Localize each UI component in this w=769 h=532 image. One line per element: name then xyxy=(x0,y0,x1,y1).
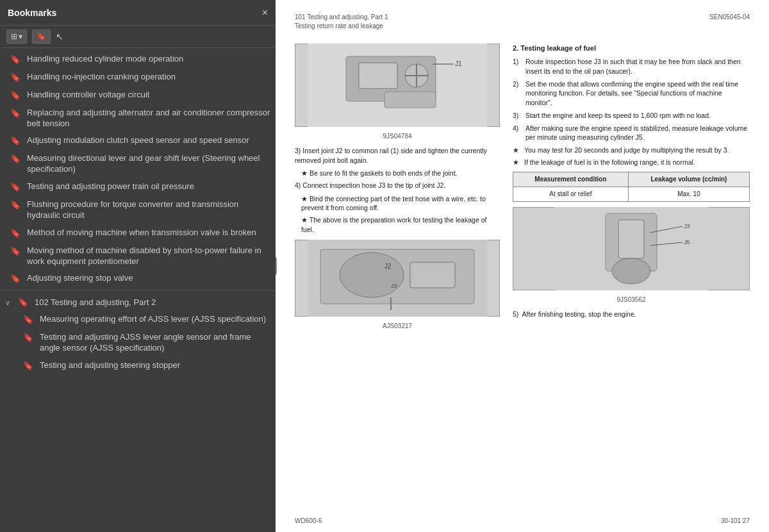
chevron-down-icon: ∨ xyxy=(5,299,15,307)
list-item[interactable]: 🔖 Method of moving machine when transmis… xyxy=(0,224,276,242)
bookmark-icon: 🔖 xyxy=(37,32,46,41)
table-header-condition: Measurement condition xyxy=(513,172,629,187)
bookmarks-panel: Bookmarks × ⊞ ▾ 🔖 ↖ 🔖 Handling reduced c… xyxy=(0,0,276,532)
list-item[interactable]: 🔖 Handling controller voltage circuit xyxy=(0,87,276,104)
section-header[interactable]: ∨ 🔖 102 Testing and adjusting, Part 2 xyxy=(0,294,276,311)
item-text: Testing and adjusting AJSS lever angle s… xyxy=(40,332,270,354)
page-footer: WD600-6 30-101 27 xyxy=(295,517,750,526)
steps-list: 1) Route inspection hose J3 in such that… xyxy=(513,57,750,142)
bookmark-icon: 🔖 xyxy=(18,297,29,307)
diagram-image-2: J2 J3 xyxy=(295,240,500,317)
bookmark-icon: 🔖 xyxy=(23,315,35,326)
svg-text:J3: J3 xyxy=(391,283,397,289)
page-header-left: 101 Testing and adjusting, Part 1 Testin… xyxy=(295,13,388,31)
list-item[interactable]: 🔖 Flushing procedure for torque converte… xyxy=(0,196,276,224)
svg-text:J3: J3 xyxy=(684,223,690,229)
list-item[interactable]: 🔖 Adjusting modulation clutch speed sens… xyxy=(0,132,276,150)
step-1: 1) Route inspection hose J3 in such that… xyxy=(513,57,750,76)
left-caption-3: 3) Insert joint J2 to common rail (1) si… xyxy=(295,146,500,165)
item-text: Method of moving machine when transmissi… xyxy=(27,228,270,238)
table-header-volume: Leakage volume (cc/min) xyxy=(628,172,749,187)
item-text: Adjusting steering stop valve xyxy=(27,273,270,284)
bookmark-icon: 🔖 xyxy=(10,108,22,119)
bullet-2: ★ If the leakage of fuel is in the follo… xyxy=(513,158,750,167)
svg-text:J2: J2 xyxy=(384,263,392,270)
bookmark-icon: 🔖 xyxy=(10,90,22,101)
bookmark-filter-button[interactable]: 🔖 xyxy=(32,29,51,44)
svg-rect-12 xyxy=(410,262,455,288)
list-item[interactable]: 🔖 Testing and adjusting power train oil … xyxy=(0,178,276,196)
item-text: Measuring operating effort of AJSS lever… xyxy=(40,314,270,325)
image3-caption: 9JS03562 xyxy=(513,295,750,304)
image1-label: 9JS04784 xyxy=(383,133,411,140)
bookmarks-list[interactable]: 🔖 Handling reduced cylinder mode operati… xyxy=(0,48,276,532)
expand-collapse-button[interactable]: ⊞ ▾ xyxy=(6,29,27,44)
image1-caption: 9JS04784 xyxy=(295,132,500,141)
image3-label: 9JS03562 xyxy=(616,296,645,303)
bullet-1: ★ You may test for 20 seconds and judge … xyxy=(513,145,750,155)
document-panel: ◀ 101 Testing and adjusting, Part 1 Test… xyxy=(276,0,769,532)
diagram-svg-3: J3 J5 xyxy=(513,207,749,290)
header-line1: 101 Testing and adjusting, Part 1 xyxy=(295,13,388,22)
item-text: Testing and adjusting power train oil pr… xyxy=(27,181,270,192)
svg-text:J5: J5 xyxy=(684,239,690,245)
left-bullet-3: ★ The above is the preparation work for … xyxy=(295,215,500,234)
item-text: Moving method of machine disabled by sho… xyxy=(27,245,270,267)
bookmark-icon: 🔖 xyxy=(10,182,22,193)
item-text: Replacing and adjusting alternator and a… xyxy=(27,108,270,129)
list-item[interactable]: 🔖 Measuring directional lever and gear s… xyxy=(0,150,276,178)
item-text: Handling reduced cylinder mode operation xyxy=(27,54,270,65)
header-line2: Testing return rate and leakage xyxy=(295,22,388,31)
bookmarks-header: Bookmarks × xyxy=(0,0,276,26)
bookmarks-title: Bookmarks xyxy=(8,8,56,18)
bookmark-icon: 🔖 xyxy=(23,361,35,372)
item-text: Flushing procedure for torque converter … xyxy=(27,199,270,221)
item-text: Adjusting modulation clutch speed sensor… xyxy=(27,135,270,146)
diagram-svg-1: J1 xyxy=(295,44,499,127)
close-icon[interactable]: × xyxy=(262,7,268,19)
image2-label: AJS03217 xyxy=(383,322,412,329)
cursor-icon: ↖ xyxy=(56,31,63,42)
footer-model: WD600-6 xyxy=(295,517,322,526)
doc-right-column: 2. Testing leakage of fuel 1) Route insp… xyxy=(513,44,750,336)
diagram-image-1: J1 xyxy=(295,44,500,127)
collapse-panel-button[interactable]: ◀ xyxy=(276,257,277,275)
section-title: 2. Testing leakage of fuel xyxy=(513,44,750,53)
image2-caption: AJS03217 xyxy=(295,322,500,331)
header-doc-number: SEN05045-04 xyxy=(709,13,750,31)
page-content: 101 Testing and adjusting, Part 1 Testin… xyxy=(276,0,769,532)
list-item[interactable]: 🔖 Measuring operating effort of AJSS lev… xyxy=(0,311,276,329)
step-5: 5) After finishing testing, stop the eng… xyxy=(513,310,750,319)
step-3: 3) Start the engine and keep its speed t… xyxy=(513,111,750,121)
doc-left-column: J1 9JS04784 3) Insert joint J2 to common… xyxy=(295,44,500,336)
diagram-image-3: J3 J5 xyxy=(513,207,750,290)
list-item[interactable]: 🔖 Adjusting steering stop valve xyxy=(0,270,276,288)
item-text: Measuring directional lever and gear shi… xyxy=(27,153,270,175)
item-text: Handling controller voltage circuit xyxy=(27,90,270,101)
bookmark-icon: 🔖 xyxy=(10,200,22,211)
grid-icon: ⊞ xyxy=(11,32,17,41)
table-cell-value: Max. 10 xyxy=(628,187,749,202)
list-item[interactable]: 🔖 Handling no-injection cranking operati… xyxy=(0,69,276,87)
left-bullet-2: ★ Bind the connecting part of the test h… xyxy=(295,194,500,213)
svg-point-19 xyxy=(612,258,650,284)
svg-point-11 xyxy=(340,253,404,297)
section-label: 102 Testing and adjusting, Part 2 xyxy=(35,297,156,307)
page-header: 101 Testing and adjusting, Part 1 Testin… xyxy=(295,13,750,33)
table-row: At stall or relief Max. 10 xyxy=(513,187,750,202)
footer-page-number: 30-101 27 xyxy=(721,517,750,526)
list-item[interactable]: 🔖 Replacing and adjusting alternator and… xyxy=(0,104,276,133)
svg-text:J1: J1 xyxy=(455,60,462,67)
svg-rect-18 xyxy=(618,220,644,258)
list-item[interactable]: 🔖 Handling reduced cylinder mode operati… xyxy=(0,51,276,69)
chevron-down-icon: ▾ xyxy=(19,32,22,41)
list-item[interactable]: 🔖 Moving method of machine disabled by s… xyxy=(0,242,276,270)
bookmark-icon: 🔖 xyxy=(10,274,22,285)
bookmark-icon: 🔖 xyxy=(10,136,22,147)
left-bullet-1: ★ Be sure to fit the gaskets to both end… xyxy=(295,169,500,178)
bookmark-icon: 🔖 xyxy=(10,246,22,257)
bullets-list: ★ You may test for 20 seconds and judge … xyxy=(513,145,750,167)
list-item[interactable]: 🔖 Testing and adjusting AJSS lever angle… xyxy=(0,329,276,357)
list-item[interactable]: 🔖 Testing and adjusting steering stopper xyxy=(0,357,276,375)
table-cell-condition: At stall or relief xyxy=(513,187,629,202)
